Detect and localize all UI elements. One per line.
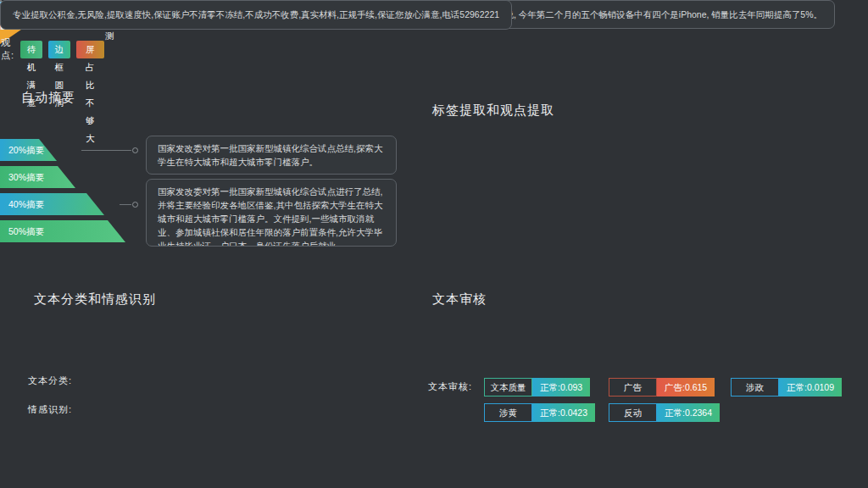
funnel-bar-20: 20%摘要 (0, 139, 57, 161)
review-badge-reaction: 反动 正常:0.2364 (609, 403, 720, 422)
review-badge-name: 涉政 (731, 378, 779, 396)
review-label: 文本审核: (428, 380, 472, 393)
review-badge-result: 正常:0.0109 (779, 378, 842, 396)
connector-dot-40 (132, 202, 138, 208)
review-badge-result: 正常:0.0423 (532, 403, 595, 422)
connector-line-40 (120, 204, 131, 205)
funnel-bar-50: 50%摘要 (0, 220, 125, 242)
review-badge-ad: 广告 广告:0.615 (609, 378, 715, 396)
review-badge-name: 涉黄 (484, 403, 532, 422)
opinion-chip: 待机满意 (20, 41, 42, 58)
review-badge-name: 广告 (609, 378, 657, 396)
connector-line-20 (81, 150, 131, 151)
class-label: 文本分类: (28, 374, 72, 387)
summary-short-box: 国家发改委对第一批国家新型城镇化综合试点总结,探索大学生在特大城市和超大城市零门… (146, 136, 397, 175)
review-badge-result: 正常:0.2364 (657, 403, 720, 422)
slide: 文本智能的表现 达观数据 DATA GRAND 自动摘要 20%摘要 30%摘要… (0, 0, 868, 488)
sentiment-label: 情感识别: (28, 403, 72, 416)
review-badge-name: 反动 (609, 403, 657, 422)
funnel-bar-40: 40%摘要 (0, 193, 104, 215)
section-heading-classification: 文本分类和情感识别 (34, 291, 156, 308)
opinions-label: 观点: (1, 36, 14, 62)
funnel-bar-30: 30%摘要 (0, 166, 75, 188)
section-heading-review: 文本审核 (432, 291, 487, 308)
opinions-row: 观点: 待机满意 边框圆润 屏占比不够大 (1, 36, 104, 62)
review-badge-politics: 涉政 正常:0.0109 (731, 378, 842, 396)
summary-long-box: 国家发改委对第一批国家新型城镇化综合试点进行了总结,并将主要经验印发各地区借鉴,… (146, 179, 397, 247)
connector-dot-20 (132, 147, 138, 153)
review-badge-result: 正常:0.093 (532, 378, 590, 396)
opinion-chip: 屏占比不够大 (76, 41, 104, 58)
review-badge-result: 广告:0.615 (657, 378, 715, 396)
review-badge-text-quality: 文本质量 正常:0.093 (484, 378, 590, 396)
review-source-text-box: 专业提取公积金,无风险,提取速度快,保证账户不清零不冻结,不成功不收费,真实材料… (0, 0, 512, 30)
section-heading-tag-opinion: 标签提取和观点提取 (432, 103, 554, 119)
review-badge-name: 文本质量 (484, 378, 532, 396)
opinion-chip: 边框圆润 (48, 41, 70, 58)
review-badge-porn: 涉黄 正常:0.0423 (484, 403, 595, 422)
